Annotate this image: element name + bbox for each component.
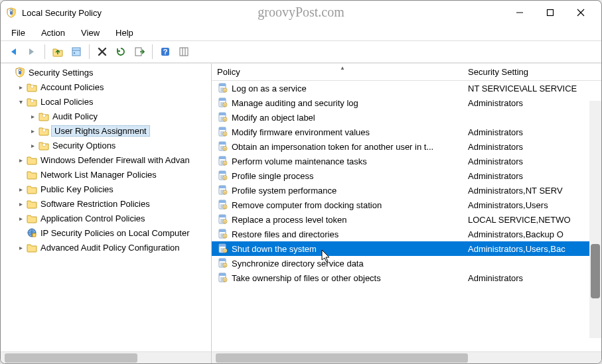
policy-icon [217, 156, 229, 166]
tree-item[interactable]: ▸Advanced Audit Policy Configuration [1, 240, 211, 255]
tree-item[interactable]: ▾Local Policies [1, 94, 211, 109]
policy-row[interactable]: Replace a process level tokenLOCAL SERVI… [212, 212, 589, 227]
toolbar-separator [44, 44, 45, 59]
delete-button[interactable] [94, 43, 111, 60]
policy-row[interactable]: Remove computer from docking stationAdmi… [212, 198, 589, 212]
policy-list: Log on as a serviceNT SERVICE\ALL SERVIC… [212, 81, 601, 351]
policy-name: Log on as a service [232, 84, 468, 93]
policy-name: Profile system performance [232, 186, 468, 196]
policy-icon [217, 185, 229, 196]
tree-item[interactable]: ▸Software Restriction Policies [1, 196, 211, 211]
policy-row[interactable]: Modify firmware environment valuesAdmini… [212, 125, 589, 139]
policy-name: Remove computer from docking station [232, 200, 468, 210]
folder-icon [26, 169, 38, 180]
policy-icon [217, 214, 229, 225]
refresh-button[interactable] [112, 43, 129, 60]
shield-icon [14, 67, 26, 78]
tree-item[interactable]: ▸Public Key Policies [1, 182, 211, 196]
menu-file[interactable]: File [5, 27, 32, 39]
expander-icon[interactable]: ▸ [15, 84, 26, 91]
folder-policy-icon [26, 82, 38, 92]
policy-name: Replace a process level token [232, 215, 468, 225]
expander-icon[interactable]: ▸ [15, 156, 26, 164]
policy-row[interactable]: Manage auditing and security logAdminist… [212, 95, 589, 110]
expander-icon[interactable]: ▾ [15, 98, 26, 105]
expander-icon[interactable]: ▸ [15, 200, 26, 208]
tree-h-scrollbar[interactable] [1, 351, 211, 363]
policy-setting: Administrators [468, 171, 589, 181]
close-button[interactable] [565, 1, 596, 25]
tree-item[interactable]: ▸Windows Defender Firewall with Advan [1, 152, 211, 167]
expander-icon[interactable]: ▸ [15, 186, 26, 193]
list-h-scrollbar[interactable] [212, 351, 601, 363]
policy-setting: Administrators,Users,Bac [468, 244, 589, 254]
export-list-button[interactable] [131, 43, 148, 60]
folder-icon [26, 242, 38, 253]
policy-name: Shut down the system [232, 244, 468, 254]
tree-item[interactable]: ▸Audit Policy [1, 109, 211, 123]
back-button[interactable] [5, 43, 22, 60]
tree-root[interactable]: Security Settings [1, 65, 211, 80]
tree-pane: Security Settings▸Account Policies▾Local… [1, 64, 212, 363]
tree-item[interactable]: ▸Account Policies [1, 80, 211, 94]
folder-icon [26, 184, 38, 194]
policy-row[interactable]: Profile single processAdministrators [212, 168, 589, 183]
minimize-button[interactable] [504, 1, 535, 25]
policy-row[interactable]: Synchronize directory service data [212, 256, 589, 271]
up-level-button[interactable] [49, 43, 66, 60]
policy-setting: NT SERVICE\ALL SERVICE [468, 84, 589, 93]
properties-button[interactable] [68, 43, 85, 60]
toolbar-separator [89, 44, 90, 59]
folder-icon [26, 154, 38, 165]
policy-icon [217, 83, 229, 93]
policy-name: Restore files and directories [232, 229, 468, 239]
policy-icon [217, 273, 229, 283]
policy-row[interactable]: Shut down the systemAdministrators,Users… [212, 241, 589, 256]
policy-row[interactable]: Profile system performanceAdministrators… [212, 183, 589, 198]
policy-row[interactable]: Obtain an impersonation token for anothe… [212, 139, 589, 154]
columns-button[interactable] [175, 43, 192, 60]
policy-row[interactable]: Take ownership of files or other objects… [212, 271, 589, 285]
tree-label: Windows Defender Firewall with Advan [39, 155, 191, 165]
policy-row[interactable]: Modify an object label [212, 110, 589, 125]
menu-help[interactable]: Help [109, 27, 140, 39]
expander-icon[interactable]: ▸ [27, 142, 38, 149]
tree-label: Security Settings [27, 68, 95, 78]
tree-item[interactable]: ▸User Rights Assignment [1, 123, 211, 138]
maximize-button[interactable] [535, 1, 565, 25]
expander-icon[interactable]: ▸ [27, 127, 38, 135]
tree-item[interactable]: IP Security Policies on Local Computer [1, 225, 211, 240]
policy-icon [217, 170, 229, 181]
expander-icon[interactable]: ▸ [15, 244, 26, 251]
policy-name: Obtain an impersonation token for anothe… [232, 142, 468, 152]
forward-button[interactable] [23, 43, 40, 60]
folder-icon [26, 213, 38, 223]
tree-label: Public Key Policies [39, 184, 115, 194]
tree-label: Account Policies [39, 82, 105, 92]
policy-icon [217, 200, 229, 210]
policy-icon [217, 229, 229, 239]
policy-row[interactable]: Perform volume maintenance tasksAdminist… [212, 154, 589, 168]
policy-row[interactable]: Restore files and directoriesAdministrat… [212, 227, 589, 241]
tree-item[interactable]: Network List Manager Policies [1, 167, 211, 182]
policy-setting: Administrators [468, 273, 589, 283]
help-button[interactable] [157, 43, 174, 60]
expander-icon[interactable]: ▸ [15, 215, 26, 222]
policy-name: Manage auditing and security log [232, 98, 468, 108]
tree-item[interactable]: ▸Security Options [1, 138, 211, 152]
col-header-setting[interactable]: Security Setting [468, 67, 601, 77]
tree-label: Network List Manager Policies [39, 170, 158, 180]
tree-item[interactable]: ▸Application Control Policies [1, 211, 211, 225]
app-icon [6, 7, 17, 18]
tree-label: Audit Policy [51, 111, 99, 121]
policy-setting: Administrators [468, 127, 589, 137]
folder-icon [26, 198, 38, 209]
policy-row[interactable]: Log on as a serviceNT SERVICE\ALL SERVIC… [212, 81, 589, 95]
menu-action[interactable]: Action [35, 27, 72, 39]
menubar: File Action View Help [1, 25, 601, 40]
list-v-scrollbar[interactable] [589, 101, 601, 338]
ipsec-icon [26, 227, 38, 238]
menu-view[interactable]: View [74, 27, 106, 39]
expander-icon[interactable]: ▸ [27, 113, 38, 120]
policy-setting: Administrators,Users [468, 200, 589, 210]
